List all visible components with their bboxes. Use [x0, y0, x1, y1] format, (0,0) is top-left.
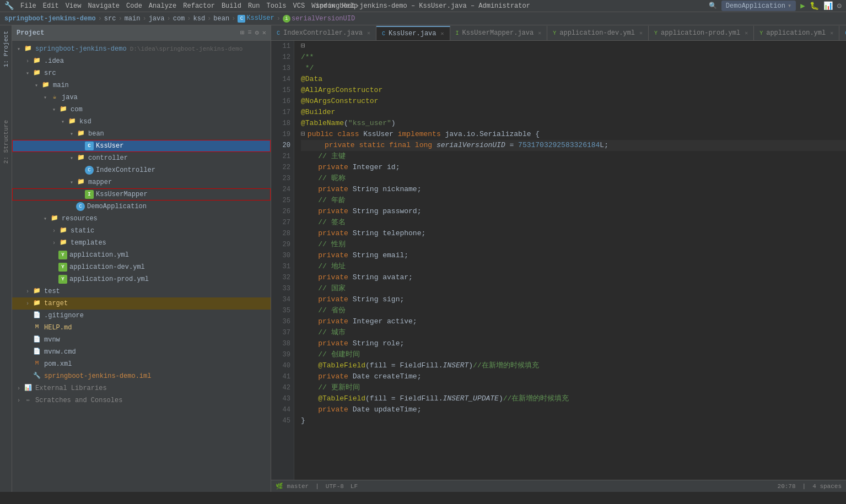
tab-structure[interactable]: 2: Structure	[2, 117, 10, 167]
tree-application-prod-yml[interactable]: Y application-prod.yml	[12, 273, 271, 285]
tab-close-icon[interactable]: ✕	[367, 30, 370, 36]
tree-bean[interactable]: ▾ 📁 bean	[12, 128, 271, 140]
run-with-coverage-button[interactable]: 📊	[823, 1, 833, 10]
folder-icon: 📁	[32, 57, 42, 66]
tab-application-yml[interactable]: Y application.yml ✕	[754, 26, 839, 40]
menu-edit[interactable]: Edit	[43, 2, 59, 10]
expand-arrow: ▾	[67, 179, 76, 186]
tab-close-icon[interactable]: ✕	[639, 30, 643, 36]
tree-templates[interactable]: › 📁 templates	[12, 237, 271, 249]
tab-close-icon[interactable]: ✕	[745, 30, 748, 36]
sidebar-close-icon[interactable]: ✕	[262, 29, 266, 37]
tab-application-prod-yml[interactable]: Y application-prod.yml ✕	[649, 26, 754, 40]
debug-button[interactable]: 🐛	[810, 1, 819, 10]
tree-kssuserMapper[interactable]: I KssUserMapper	[12, 188, 271, 200]
sidebar-settings-icon[interactable]: ⚙	[255, 29, 259, 37]
tab-basemap[interactable]: C BaseMap... ✕	[839, 26, 846, 40]
editor-area: C IndexController.java ✕ C KssUser.java …	[271, 25, 846, 492]
tab-project[interactable]: 1: Project	[2, 28, 10, 71]
tree-root[interactable]: ▾ 📁 springboot-jenkins-demo D:\idea\spri…	[12, 43, 271, 55]
breadcrumb-java[interactable]: java	[149, 15, 165, 23]
folder-icon: 📁	[41, 81, 51, 90]
folder-icon: 📁	[32, 69, 42, 78]
tree-mvnw[interactable]: 📄 mvnw	[12, 334, 271, 346]
breadcrumb-bean[interactable]: bean	[213, 15, 229, 23]
tree-ksd[interactable]: ▾ 📁 ksd	[12, 116, 271, 128]
menu-analyze[interactable]: Analyze	[149, 2, 176, 10]
line-num: 35	[271, 305, 290, 316]
tab-kssuserMapper[interactable]: I KssUserMapper.java ✕	[450, 26, 548, 40]
breadcrumb-src[interactable]: src	[104, 15, 116, 23]
code-area[interactable]: ⊟ /** */ @Data @AllArgsConstructor @NoAr…	[294, 41, 846, 480]
tree-application-yml[interactable]: Y application.yml	[12, 249, 271, 261]
tree-demoapplication[interactable]: C DemoApplication	[12, 200, 271, 213]
breadcrumb-main[interactable]: main	[125, 15, 141, 23]
tree-gitignore[interactable]: 📄 .gitignore	[12, 310, 271, 322]
tree-item-path: D:\idea\springboot-jenkins-demo	[130, 46, 243, 52]
line-separator[interactable]: LF	[351, 483, 358, 490]
tab-close-icon[interactable]: ✕	[538, 30, 541, 36]
tab-close-icon[interactable]: ✕	[441, 30, 444, 37]
sidebar-collapse-icon[interactable]: ≡	[247, 29, 251, 37]
code-line: @Data	[301, 74, 846, 85]
tree-com[interactable]: ▾ 📁 com	[12, 104, 271, 116]
tree-scratches[interactable]: › ✏ Scratches and Consoles	[12, 394, 271, 407]
tree-test[interactable]: › 📁 test	[12, 285, 271, 297]
tree-mapper[interactable]: ▾ 📁 mapper	[12, 176, 271, 188]
run-config-selector[interactable]: DemoApplication ▾	[721, 1, 796, 11]
tab-indexcontroller[interactable]: C IndexController.java ✕	[271, 26, 376, 40]
tree-java[interactable]: ▾ ☕ java	[12, 91, 271, 104]
tree-pom-xml[interactable]: M pom.xml	[12, 358, 271, 370]
tree-kssuser[interactable]: C KssUser	[12, 140, 271, 152]
menu-tools[interactable]: Tools	[267, 2, 287, 10]
search-everywhere-icon[interactable]: 🔍	[709, 2, 717, 10]
tree-help-md[interactable]: M HELP.md	[12, 322, 271, 334]
breadcrumb-class[interactable]: CKssUser	[238, 14, 274, 23]
java-icon: ☕	[50, 93, 60, 102]
sidebar-layout-icon[interactable]: ⊞	[240, 29, 244, 37]
settings-button[interactable]: ⚙	[837, 1, 842, 10]
code-line: private static final long serialVersionU…	[301, 140, 846, 151]
menu-view[interactable]: View	[66, 2, 82, 10]
line-num: 36	[271, 316, 290, 327]
yaml-icon: Y	[58, 263, 67, 272]
menu-file[interactable]: File	[20, 2, 36, 10]
tree-main[interactable]: ▾ 📁 main	[12, 79, 271, 91]
tree-indexcontroller[interactable]: C IndexController	[12, 164, 271, 176]
menu-bar[interactable]: File Edit View Navigate Code Analyze Ref…	[20, 2, 358, 10]
tab-application-dev-yml[interactable]: Y application-dev.yml ✕	[547, 26, 649, 40]
breadcrumb-field[interactable]: i serialVersionUID	[283, 15, 355, 23]
tree-src[interactable]: ▾ 📁 src	[12, 67, 271, 79]
code-line: }	[301, 415, 846, 426]
breadcrumb-project[interactable]: springboot-jenkins-demo	[4, 15, 96, 23]
tree-application-dev-yml[interactable]: Y application-dev.yml	[12, 261, 271, 273]
tab-kssuser[interactable]: C KssUser.java ✕	[376, 26, 450, 40]
status-info: |	[315, 483, 319, 490]
git-branch[interactable]: 🌿 master	[276, 483, 309, 490]
menu-navigate[interactable]: Navigate	[88, 2, 120, 10]
menu-build[interactable]: Build	[222, 2, 241, 10]
tree-iml[interactable]: 🔧 springboot-jenkins-demo.iml	[12, 370, 271, 382]
breadcrumb-com[interactable]: com	[173, 15, 185, 23]
tree-target[interactable]: › 📁 target	[12, 297, 271, 310]
tree-idea[interactable]: › 📁 .idea	[12, 55, 271, 67]
line-num: 41	[271, 371, 290, 382]
tab-close-icon[interactable]: ✕	[830, 30, 833, 36]
tree-static[interactable]: › 📁 static	[12, 225, 271, 237]
run-button[interactable]: ▶	[800, 1, 805, 10]
code-line: private Date createTime;	[301, 371, 846, 382]
tree-item-label: templates	[71, 239, 106, 247]
tree-mvnw-cmd[interactable]: 📄 mvnw.cmd	[12, 346, 271, 358]
menu-code[interactable]: Code	[126, 2, 142, 10]
tree-controller[interactable]: ▾ 📁 controller	[12, 152, 271, 164]
interface-icon: I	[85, 190, 94, 199]
tree-resources[interactable]: ▾ 📁 resources	[12, 213, 271, 225]
menu-vcs[interactable]: VCS	[293, 2, 305, 10]
menu-run[interactable]: Run	[248, 2, 260, 10]
tree-external-libraries[interactable]: › 📊 External Libraries	[12, 382, 271, 394]
breadcrumb-ksd[interactable]: ksd	[193, 15, 206, 23]
encoding[interactable]: UTF-8	[326, 483, 344, 490]
class-icon: C	[85, 142, 94, 150]
menu-refactor[interactable]: Refactor	[183, 2, 215, 10]
indentation[interactable]: 4 spaces	[812, 483, 842, 490]
